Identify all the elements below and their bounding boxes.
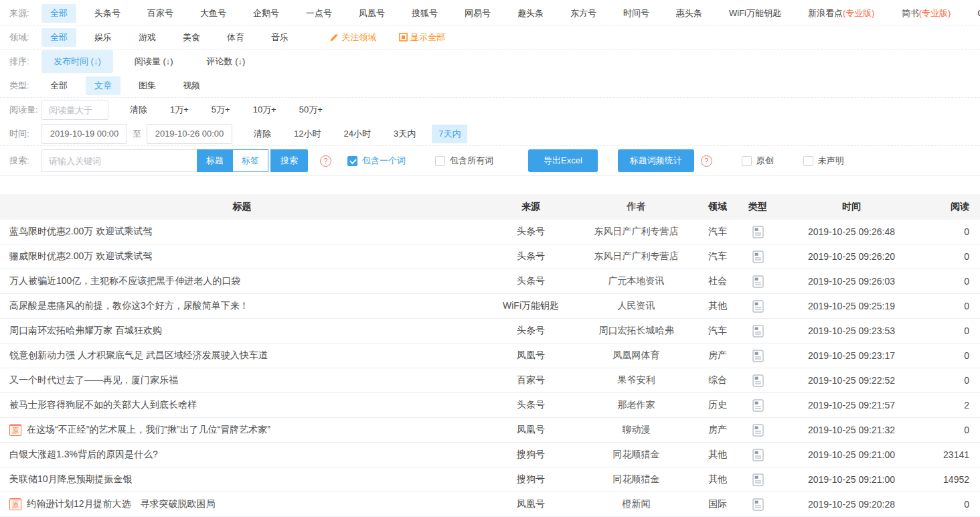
type-tab[interactable]: 文章 (86, 76, 120, 95)
read-label: 阅读量: (9, 104, 42, 116)
time-preset-chip[interactable]: 3天内 (387, 125, 422, 143)
domain-tab[interactable]: 娱乐 (86, 28, 120, 47)
source-tab[interactable]: 惠头条 (667, 4, 711, 23)
source-tab[interactable]: 东方号 (562, 4, 605, 23)
domain-tab[interactable]: 游戏 (130, 28, 165, 47)
article-type-cell (740, 300, 775, 313)
source-tab[interactable]: 一点号 (297, 4, 341, 23)
source-tab-label: 百家号 (147, 8, 173, 18)
article-document-icon (752, 424, 764, 437)
source-tab[interactable]: 趣头条 (509, 4, 552, 23)
source-tab[interactable]: 时间号 (615, 4, 658, 23)
domain-tab[interactable]: 体育 (218, 28, 253, 47)
article-domain: 房产 (695, 350, 740, 362)
article-source: 凤凰号 (484, 350, 578, 362)
article-time: 2019-10-25 09:25:19 (775, 301, 928, 311)
source-tab[interactable]: 全部 (42, 4, 76, 23)
article-document-icon (752, 275, 764, 288)
article-read-count: 0 (928, 226, 980, 237)
source-tab[interactable]: QQ看点(专业版) (969, 4, 980, 23)
read-preset-chip[interactable]: 5万+ (205, 100, 237, 119)
source-tab[interactable]: 百家号 (139, 4, 182, 23)
sort-tab[interactable]: 发布时间 (↓) (42, 50, 113, 73)
article-title-link[interactable]: 在这场“不正经”的艺术展上，我们“揪”出了几位“冒牌艺术家” (27, 424, 270, 436)
article-title-link[interactable]: 高尿酸是患痛风的前提，教你这3个好方，尿酸简单下来！ (9, 300, 249, 312)
word-frequency-help-icon[interactable]: ? (701, 155, 712, 167)
source-tab[interactable]: 凤凰号 (350, 4, 394, 23)
article-time: 2019-10-25 09:20:28 (775, 499, 928, 510)
article-document-icon (752, 374, 764, 387)
article-title-link[interactable]: 蓝鸟限时优惠2.00万 欢迎试乘试驾 (9, 226, 152, 238)
source-tab-label: 一点号 (306, 8, 332, 18)
source-tab-label: QQ看点 (977, 8, 980, 18)
article-domain: 历史 (695, 399, 740, 411)
sort-tab[interactable]: 阅读量 (↓) (122, 50, 185, 73)
time-from-input[interactable] (42, 124, 127, 144)
source-tab[interactable]: 新浪看点(专业版) (799, 4, 884, 23)
source-tab[interactable]: WiFi万能钥匙 (720, 4, 790, 23)
source-tab[interactable]: 搜狐号 (403, 4, 446, 23)
read-preset-chip[interactable]: 10万+ (246, 100, 283, 119)
contain-all-words-checkbox[interactable]: 包含所有词 (435, 155, 493, 167)
domain-tab[interactable]: 全部 (42, 28, 76, 47)
time-preset-chip[interactable]: 24小时 (337, 125, 377, 143)
time-preset-label: 12小时 (294, 129, 321, 139)
article-title-link[interactable]: 骊威限时优惠2.00万 欢迎试乘试驾 (9, 250, 152, 263)
article-document-icon (752, 350, 764, 362)
search-by-tag-button[interactable]: 标签 (233, 149, 268, 172)
article-read-count: 0 (928, 276, 980, 287)
read-preset-chip[interactable]: 50万+ (293, 100, 329, 119)
article-title-link[interactable]: 万人被骗近100亿，主犯称不应该把黑手伸进老人的口袋 (9, 275, 240, 287)
undeclared-checkbox[interactable]: 未声明 (803, 155, 844, 167)
article-title-link[interactable]: 又一个时代过去了——再见，厦门家乐福 (9, 374, 178, 386)
title-word-frequency-button[interactable]: 标题词频统计 (618, 149, 694, 172)
contain-one-word-checkbox[interactable]: 包含一个词 (347, 155, 406, 167)
article-title-link[interactable]: 被马士形容得狗屁不如的关部大人到底长啥样 (9, 399, 197, 411)
source-tab[interactable]: 网易号 (456, 4, 499, 23)
follow-domain-link[interactable]: 关注领域 (329, 31, 376, 44)
source-tab[interactable]: 企鹅号 (244, 4, 288, 23)
type-tab[interactable]: 视频 (174, 76, 209, 95)
export-excel-button[interactable]: 导出Excel (528, 149, 598, 172)
article-title-link[interactable]: 周口南环宏拓哈弗耀万家 百城狂欢购 (9, 325, 162, 337)
source-tab[interactable]: 简书(专业版) (893, 4, 960, 23)
article-title-link[interactable]: 约翰逊计划12月提前大选 寻求突破脱欧困局 (27, 498, 216, 510)
read-clear-link[interactable]: 清除 (123, 100, 154, 119)
time-preset-chip[interactable]: 7天内 (432, 125, 467, 143)
article-source: WiFi万能钥匙 (484, 300, 578, 312)
results-table: 标题 来源 作者 领域 类型 时间 阅读 原 蓝鸟限时优惠2.00万 欢迎试乘试… (0, 194, 980, 517)
type-tab[interactable]: 全部 (42, 76, 76, 95)
header-reads: 阅读 (928, 201, 980, 213)
time-to-input[interactable] (147, 124, 232, 144)
show-all-domains-link[interactable]: 显示全部 (399, 31, 445, 44)
article-read-count: 0 (928, 375, 980, 386)
table-row: 原 周口南环宏拓哈弗耀万家 百城狂欢购 头条号 周口宏拓长城哈弗 汽车 2019… (0, 319, 980, 344)
article-title-link[interactable]: 白银大涨超1.3%背后的原因是什么? (9, 449, 158, 461)
search-help-icon[interactable]: ? (320, 155, 331, 167)
search-button[interactable]: 搜索 (270, 149, 308, 172)
contain-one-word-label: 包含一个词 (362, 155, 406, 167)
article-time: 2019-10-25 09:21:32 (775, 425, 928, 435)
time-clear-link[interactable]: 清除 (247, 125, 278, 143)
read-threshold-input[interactable] (42, 100, 108, 120)
time-preset-chip[interactable]: 12小时 (287, 125, 327, 143)
domain-tab[interactable]: 音乐 (262, 28, 297, 47)
article-author: 东风日产广利专营店 (578, 250, 695, 263)
article-title-link[interactable]: 美联储10月降息预期提振金银 (9, 473, 133, 486)
type-tab[interactable]: 图集 (130, 76, 165, 95)
article-source: 百家号 (484, 374, 578, 386)
sort-tab[interactable]: 评论数 (↓) (195, 50, 258, 73)
article-source: 搜狗号 (484, 473, 578, 486)
read-preset-chip[interactable]: 1万+ (163, 100, 195, 119)
original-checkbox[interactable]: 原创 (742, 155, 774, 167)
article-time: 2019-10-25 09:21:57 (775, 400, 928, 411)
source-tab[interactable]: 头条号 (86, 4, 129, 23)
article-title-link[interactable]: 锐意创新动力强 人才积聚底气足 武昌区域经济发展驶入快车道 (9, 350, 268, 362)
domain-tab[interactable]: 美食 (174, 28, 209, 47)
source-tab[interactable]: 大鱼号 (191, 4, 235, 23)
search-by-title-button[interactable]: 标题 (197, 149, 233, 172)
article-title-cell: 原 白银大涨超1.3%背后的原因是什么? (0, 449, 484, 461)
article-document-icon (752, 473, 764, 486)
search-input[interactable] (42, 149, 197, 172)
article-read-count: 2 (928, 400, 980, 411)
